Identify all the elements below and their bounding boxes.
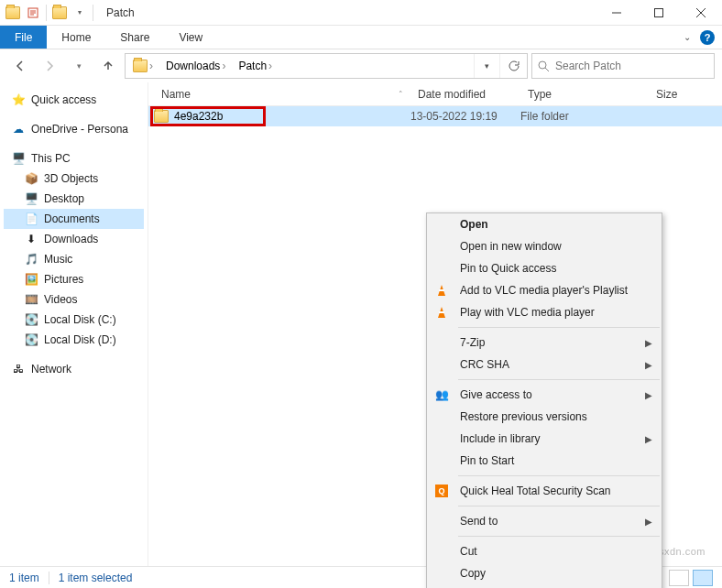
nav-item-icon: 🎵 bbox=[24, 252, 38, 267]
context-menu-include-in-library[interactable]: Include in library▶ bbox=[427, 428, 662, 450]
context-menu-give-access-to[interactable]: 👥Give access to▶ bbox=[427, 384, 662, 406]
submenu-arrow-icon: ▶ bbox=[645, 360, 652, 370]
context-menu-label: Cut bbox=[460, 545, 477, 558]
up-button[interactable] bbox=[95, 53, 121, 79]
column-label: Name bbox=[161, 88, 191, 101]
context-menu-add-to-vlc-media-player-s-playlist[interactable]: Add to VLC media player's Playlist bbox=[427, 279, 662, 301]
search-input[interactable]: Search Patch bbox=[531, 53, 715, 79]
context-menu-label: CRC SHA bbox=[460, 358, 509, 371]
nav-item-pictures[interactable]: 🖼️Pictures bbox=[4, 269, 144, 289]
qat-dropdown-icon[interactable]: ▾ bbox=[71, 4, 89, 22]
file-type: File folder bbox=[520, 110, 649, 123]
context-menu-cut[interactable]: Cut bbox=[427, 540, 662, 562]
context-menu-label: Open in new window bbox=[460, 240, 562, 253]
context-menu-send-to[interactable]: Send to▶ bbox=[427, 510, 662, 532]
nav-this-pc[interactable]: 🖥️This PC bbox=[4, 148, 144, 169]
window-title: Patch bbox=[99, 6, 135, 19]
nav-item-icon: 🎞️ bbox=[24, 292, 38, 307]
folder-icon bbox=[50, 4, 69, 22]
file-list: Name˄ Date modified Type Size 4e9a232b13… bbox=[148, 82, 722, 566]
context-menu-copy[interactable]: Copy bbox=[427, 562, 662, 584]
nav-item-label: Desktop bbox=[44, 192, 84, 205]
cloud-icon: ☁ bbox=[11, 122, 26, 136]
back-button[interactable] bbox=[7, 53, 33, 79]
search-placeholder: Search Patch bbox=[555, 60, 621, 72]
address-bar[interactable]: › Downloads› Patch› ▾ bbox=[125, 53, 528, 79]
column-type[interactable]: Type bbox=[520, 88, 649, 101]
context-menu-open[interactable]: Open bbox=[427, 213, 662, 235]
nav-item-documents[interactable]: 📄Documents bbox=[4, 209, 144, 229]
context-menu-pin-to-start[interactable]: Pin to Start bbox=[427, 450, 662, 472]
sort-indicator-icon: ˄ bbox=[399, 90, 403, 99]
nav-item-local-disk-c-[interactable]: 💽Local Disk (C:) bbox=[4, 310, 144, 330]
svg-rect-2 bbox=[655, 8, 663, 16]
nav-item-icon: 📄 bbox=[24, 212, 38, 226]
forward-button[interactable] bbox=[37, 53, 62, 79]
tab-view[interactable]: View bbox=[164, 26, 217, 49]
context-menu-separator bbox=[458, 379, 660, 380]
nav-network[interactable]: 🖧Network bbox=[4, 359, 144, 379]
recent-dropdown[interactable]: ▾ bbox=[66, 53, 92, 79]
maximize-button[interactable] bbox=[638, 0, 680, 26]
expand-ribbon-icon[interactable]: ⌄ bbox=[684, 32, 691, 42]
context-menu-label: Restore previous versions bbox=[460, 410, 587, 423]
nav-item-3d-objects[interactable]: 📦3D Objects bbox=[4, 169, 144, 189]
context-menu-separator bbox=[458, 536, 660, 537]
status-item-count: 1 item bbox=[9, 572, 39, 584]
status-separator bbox=[49, 572, 49, 584]
context-menu-pin-to-quick-access[interactable]: Pin to Quick access bbox=[427, 257, 662, 279]
view-details-button[interactable] bbox=[693, 570, 713, 586]
view-thumbnails-button[interactable] bbox=[669, 570, 689, 586]
context-menu-play-with-vlc-media-player[interactable]: Play with VLC media player bbox=[427, 301, 662, 323]
file-tab[interactable]: File bbox=[0, 26, 47, 49]
star-icon: ⭐ bbox=[11, 93, 26, 107]
column-date[interactable]: Date modified bbox=[410, 88, 520, 101]
breadcrumb-downloads[interactable]: Downloads› bbox=[160, 54, 233, 78]
nav-quick-access[interactable]: ⭐Quick access bbox=[4, 90, 144, 110]
context-menu-open-in-new-window[interactable]: Open in new window bbox=[427, 235, 662, 257]
breadcrumb-root[interactable]: › bbox=[127, 54, 160, 78]
nav-item-videos[interactable]: 🎞️Videos bbox=[4, 289, 144, 310]
nav-item-icon: 💽 bbox=[24, 312, 38, 327]
folder-icon bbox=[4, 4, 22, 22]
qat-properties-icon[interactable] bbox=[24, 4, 42, 22]
address-dropdown[interactable]: ▾ bbox=[474, 54, 499, 78]
minimize-button[interactable] bbox=[596, 0, 638, 26]
context-menu-crc-sha[interactable]: CRC SHA▶ bbox=[427, 354, 662, 376]
network-icon: 🖧 bbox=[11, 362, 26, 376]
refresh-button[interactable] bbox=[499, 54, 525, 78]
nav-item-downloads[interactable]: ⬇Downloads bbox=[4, 229, 144, 249]
svg-rect-10 bbox=[439, 311, 444, 313]
tab-home[interactable]: Home bbox=[47, 26, 105, 49]
file-row[interactable]: 4e9a232b13-05-2022 19:19File folder bbox=[148, 106, 722, 126]
help-icon[interactable]: ? bbox=[700, 30, 715, 45]
nav-label: Network bbox=[31, 363, 71, 376]
context-menu-7-zip[interactable]: 7-Zip▶ bbox=[427, 332, 662, 354]
pc-icon: 🖥️ bbox=[11, 151, 26, 166]
nav-item-local-disk-d-[interactable]: 💽Local Disk (D:) bbox=[4, 330, 144, 350]
ribbon: File Home Share View ⌄ ? bbox=[0, 26, 722, 49]
view-switcher bbox=[669, 570, 713, 586]
close-button[interactable] bbox=[680, 0, 722, 26]
status-selected-count: 1 item selected bbox=[59, 572, 133, 584]
context-menu-label: Include in library bbox=[460, 432, 540, 445]
file-date: 13-05-2022 19:19 bbox=[410, 110, 520, 123]
submenu-arrow-icon: ▶ bbox=[645, 517, 652, 527]
breadcrumb-patch[interactable]: Patch› bbox=[233, 54, 279, 78]
context-menu-restore-previous-versions[interactable]: Restore previous versions bbox=[427, 406, 662, 428]
context-menu-label: Give access to bbox=[460, 388, 532, 401]
nav-onedrive[interactable]: ☁OneDrive - Persona bbox=[4, 119, 144, 139]
context-menu-label: Send to bbox=[460, 515, 498, 528]
nav-item-music[interactable]: 🎵Music bbox=[4, 249, 144, 269]
context-menu-quick-heal-total-security-scan[interactable]: QQuick Heal Total Security Scan bbox=[427, 480, 662, 502]
svg-line-6 bbox=[545, 68, 549, 71]
tab-share[interactable]: Share bbox=[105, 26, 164, 49]
quickheal-icon: Q bbox=[434, 484, 449, 498]
share-icon: 👥 bbox=[434, 387, 449, 402]
nav-item-desktop[interactable]: 🖥️Desktop bbox=[4, 189, 144, 209]
nav-item-icon: 💽 bbox=[24, 332, 38, 347]
column-size[interactable]: Size bbox=[649, 88, 722, 101]
submenu-arrow-icon: ▶ bbox=[645, 338, 652, 348]
column-name[interactable]: Name˄ bbox=[154, 88, 410, 101]
nav-label: This PC bbox=[31, 152, 71, 165]
